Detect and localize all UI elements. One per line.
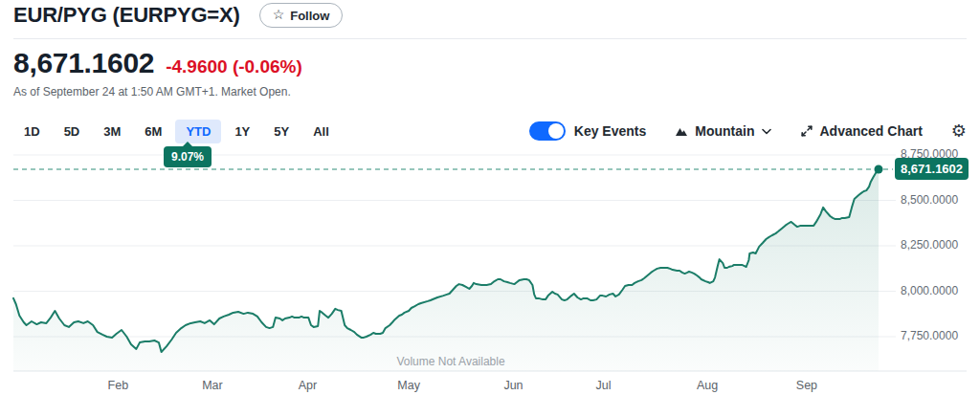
follow-label: Follow — [290, 9, 329, 23]
range-tab-1d[interactable]: 1D — [13, 120, 51, 143]
x-axis-label: Sep — [786, 379, 828, 392]
key-events-label: Key Events — [574, 123, 646, 139]
x-axis-label: Apr — [286, 379, 328, 392]
y-axis-label: 8,250.0000 — [901, 238, 958, 252]
badge-pointer — [182, 142, 193, 147]
chart-controls-row: 1D5D3M6MYTD1Y5YAll Key Events Mountain — [13, 119, 967, 143]
range-tab-ytd[interactable]: YTD — [175, 120, 221, 143]
range-tab-3m[interactable]: 3M — [93, 120, 131, 143]
quote-summary: 8,671.1602 -4.9600 (-0.06%) — [13, 47, 302, 79]
star-icon: ☆ — [273, 8, 285, 21]
advanced-chart-button[interactable]: Advanced Chart — [800, 123, 923, 139]
key-events-control: Key Events — [529, 121, 646, 141]
x-axis-label: Jun — [493, 379, 535, 392]
price-change: -4.9600 (-0.06%) — [166, 56, 302, 77]
ytd-change-badge: 9.07% — [164, 146, 212, 167]
range-tab-5y[interactable]: 5Y — [263, 120, 300, 143]
volume-note: Volume Not Available — [381, 355, 521, 368]
expand-icon — [800, 124, 813, 138]
quote-page: 8,750.00008,500.00008,250.00008,000.0000… — [0, 0, 980, 417]
x-axis-label: Mar — [191, 379, 234, 392]
chevron-down-icon — [762, 128, 771, 135]
current-price-tag: 8,671.1602 — [895, 158, 969, 180]
x-axis-label: Jul — [583, 379, 625, 392]
settings-gear-icon[interactable]: ⚙ — [951, 122, 967, 140]
x-axis-label: May — [388, 379, 430, 392]
y-axis-label: 8,500.0000 — [901, 193, 958, 207]
advanced-chart-label: Advanced Chart — [820, 123, 923, 139]
range-tabs: 1D5D3M6MYTD1Y5YAll — [13, 120, 340, 143]
x-axis-label: Feb — [97, 379, 139, 392]
change-percent: (-0.06%) — [233, 56, 302, 77]
chart-type-label: Mountain — [695, 123, 754, 139]
range-tab-all[interactable]: All — [302, 120, 340, 143]
x-axis-label: Aug — [686, 379, 728, 392]
header-divider — [13, 38, 967, 39]
y-axis-label: 8,000.0000 — [901, 284, 958, 297]
key-events-toggle[interactable] — [529, 121, 566, 141]
header: EUR/PYG (EURPYG=X) ☆ Follow — [13, 3, 343, 28]
chart-type-dropdown[interactable]: Mountain — [675, 123, 770, 139]
current-price: 8,671.1602 — [13, 47, 154, 79]
chart-controls: Key Events Mountain Advanced Cha — [529, 121, 967, 141]
as-of-text: As of September 24 at 1:50 AM GMT+1. Mar… — [13, 85, 291, 99]
y-axis-label: 7,750.0000 — [901, 329, 958, 342]
range-tab-6m[interactable]: 6M — [134, 120, 172, 143]
range-tab-5d[interactable]: 5D — [54, 120, 91, 143]
ytd-change-value: 9.07% — [171, 150, 204, 164]
follow-button[interactable]: ☆ Follow — [259, 3, 344, 28]
page-title: EUR/PYG (EURPYG=X) — [13, 3, 240, 28]
toggle-knob — [548, 123, 564, 139]
change-value: -4.9600 — [166, 56, 227, 77]
mountain-icon — [675, 125, 688, 137]
range-tab-1y[interactable]: 1Y — [224, 120, 260, 143]
